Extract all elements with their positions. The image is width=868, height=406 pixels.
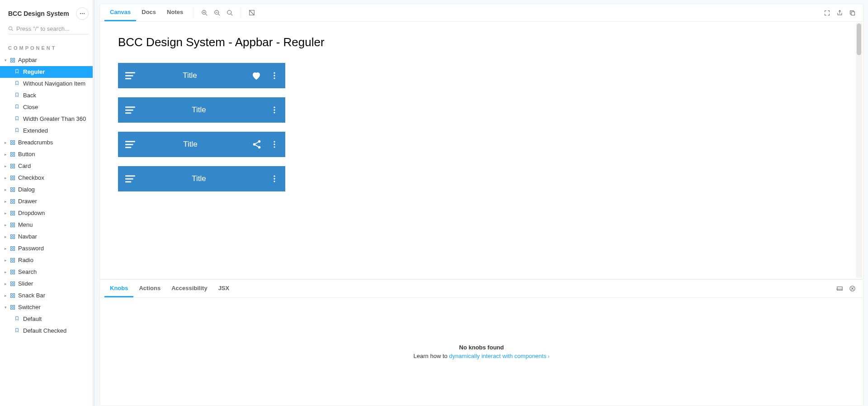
caret-icon: ▸ <box>5 209 9 217</box>
tree-item-dropdown[interactable]: ▸Dropdown <box>0 207 95 219</box>
tree-item-switcher[interactable]: ▾Switcher <box>0 301 95 313</box>
tree-item-password[interactable]: ▸Password <box>0 243 95 254</box>
addon-tab-actions[interactable]: Actions <box>133 280 166 297</box>
svg-rect-67 <box>11 308 13 310</box>
addon-tab-accessibility[interactable]: Accessibility <box>166 280 213 297</box>
tree-item-search[interactable]: ▸Search <box>0 266 95 278</box>
story-item-label: Default <box>23 315 42 323</box>
caret-icon: ▸ <box>5 162 9 170</box>
zoom-in-button[interactable] <box>198 6 211 19</box>
addons-empty-prefix: Learn how to <box>414 353 449 359</box>
component-icon <box>10 281 15 287</box>
svg-rect-94 <box>125 147 131 148</box>
svg-rect-64 <box>13 296 15 298</box>
component-icon <box>10 175 15 181</box>
addon-tab-jsx[interactable]: JSX <box>213 280 235 297</box>
heart-icon[interactable] <box>251 70 262 81</box>
svg-point-1 <box>82 13 83 14</box>
svg-rect-68 <box>13 308 15 310</box>
tree-item-breadcrumbs[interactable]: ▸Breadcrumbs <box>0 137 95 148</box>
tree-item-appbar[interactable]: ▾Appbar <box>0 54 95 66</box>
tab-canvas[interactable]: Canvas <box>104 4 136 21</box>
menu-icon[interactable] <box>124 173 136 185</box>
overflow-icon[interactable] <box>270 140 279 149</box>
story-item-label: Without Navigation Item <box>23 80 85 88</box>
sidebar-resize-handle[interactable] <box>93 0 95 406</box>
fullscreen-button[interactable] <box>821 6 833 19</box>
sidebar-menu-button[interactable] <box>76 7 89 20</box>
chevron-right-icon: › <box>547 353 550 359</box>
open-button[interactable] <box>833 6 846 19</box>
component-icon <box>10 234 15 239</box>
component-icon <box>10 305 15 310</box>
tree-item-checkbox[interactable]: ▸Checkbox <box>0 172 95 184</box>
search-input[interactable] <box>14 25 89 32</box>
story-item-close[interactable]: Close <box>0 101 95 113</box>
story-item-without-navigation-item[interactable]: Without Navigation Item <box>0 78 95 90</box>
addons-orientation-button[interactable] <box>833 282 846 295</box>
svg-line-70 <box>205 14 207 15</box>
story-item-default-checked[interactable]: Default Checked <box>0 325 95 337</box>
tab-docs[interactable]: Docs <box>136 4 161 21</box>
tree-item-slider[interactable]: ▸Slider <box>0 278 95 290</box>
story-item-default[interactable]: Default <box>0 313 95 325</box>
menu-icon[interactable] <box>124 104 136 116</box>
menu-icon[interactable] <box>124 70 136 81</box>
tree-item-card[interactable]: ▸Card <box>0 160 95 172</box>
tree-item-navbar[interactable]: ▸Navbar <box>0 231 95 243</box>
svg-line-77 <box>231 14 232 15</box>
story-item-reguler[interactable]: Reguler <box>0 66 95 78</box>
tree-item-dialog[interactable]: ▸Dialog <box>0 184 95 196</box>
svg-rect-18 <box>13 164 15 166</box>
component-icon <box>10 163 15 169</box>
background-button[interactable] <box>245 6 258 19</box>
tree-item-drawer[interactable]: ▸Drawer <box>0 196 95 207</box>
svg-line-74 <box>218 14 220 15</box>
tab-notes[interactable]: Notes <box>161 4 189 21</box>
component-tree: ▾AppbarRegulerWithout Navigation ItemBac… <box>0 54 95 406</box>
caret-icon: ▸ <box>5 174 9 182</box>
tree-item-snack-bar[interactable]: ▸Snack Bar <box>0 290 95 301</box>
svg-rect-63 <box>11 296 13 298</box>
zoom-reset-button[interactable] <box>223 6 236 19</box>
svg-rect-13 <box>11 153 13 154</box>
appbar-title: Title <box>136 71 244 80</box>
story-item-back[interactable]: Back <box>0 90 95 101</box>
svg-rect-9 <box>11 141 13 143</box>
menu-icon[interactable] <box>124 139 136 150</box>
tree-item-label: Dropdown <box>18 209 45 217</box>
svg-point-90 <box>274 109 275 110</box>
tree-item-radio[interactable]: ▸Radio <box>0 254 95 266</box>
caret-icon: ▸ <box>5 186 9 194</box>
zoom-out-button[interactable] <box>211 6 223 19</box>
overflow-icon[interactable] <box>270 105 279 115</box>
overflow-icon[interactable] <box>270 71 279 80</box>
separator <box>241 8 241 18</box>
svg-rect-58 <box>13 282 15 284</box>
component-icon <box>10 293 15 298</box>
svg-point-84 <box>274 75 275 76</box>
svg-rect-47 <box>11 249 13 251</box>
caret-icon: ▸ <box>5 244 9 253</box>
appbar-example: Title <box>118 63 285 88</box>
addon-tab-knobs[interactable]: Knobs <box>104 280 133 297</box>
story-item-width-greater-than-360[interactable]: Width Greater Than 360 <box>0 113 95 125</box>
copy-button[interactable] <box>846 6 859 19</box>
story-item-extended[interactable]: Extended <box>0 125 95 137</box>
overflow-icon[interactable] <box>270 174 279 183</box>
svg-rect-39 <box>11 225 13 227</box>
share-icon[interactable] <box>252 139 262 149</box>
canvas-toolbar: CanvasDocsNotes <box>99 4 863 22</box>
tree-item-label: Navbar <box>18 233 37 241</box>
bookmark-icon <box>14 128 19 133</box>
tree-item-button[interactable]: ▸Button <box>0 148 95 160</box>
separator <box>193 8 193 18</box>
addons-close-button[interactable] <box>846 282 859 295</box>
svg-rect-34 <box>13 211 15 213</box>
addons-help-link[interactable]: dynamically interact with components <box>449 353 546 359</box>
svg-rect-25 <box>11 188 13 190</box>
canvas-scrollbar[interactable] <box>856 23 862 278</box>
tree-item-menu[interactable]: ▸Menu <box>0 219 95 231</box>
search-box[interactable] <box>8 24 89 34</box>
svg-rect-12 <box>13 143 15 145</box>
